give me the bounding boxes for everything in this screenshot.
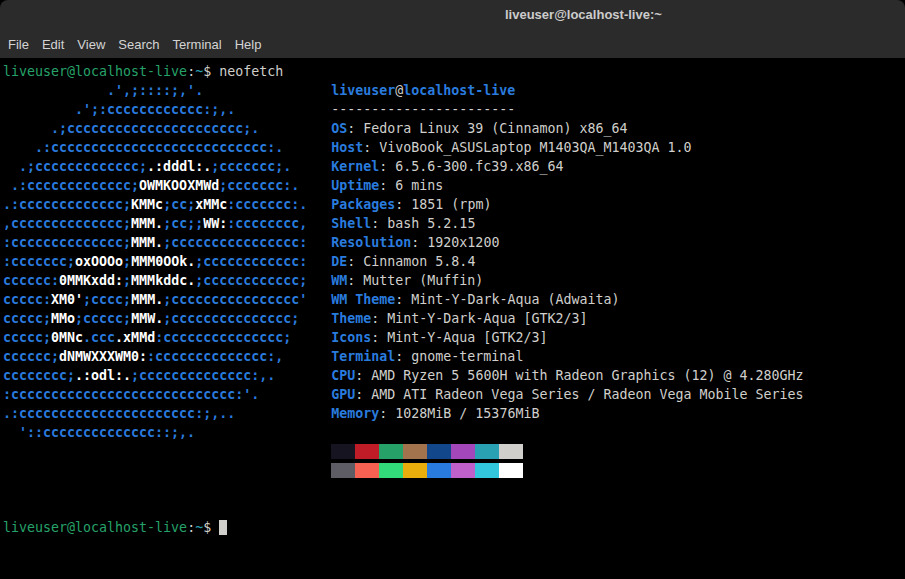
- terminal-text-segment: CPU: [331, 368, 355, 383]
- terminal-text-segment: ,cccccccccccccc;: [3, 216, 131, 231]
- menu-item-help[interactable]: Help: [235, 37, 262, 52]
- window-title: liveuser@localhost-live:~: [505, 7, 662, 22]
- terminal-text-segment: .:ccccccccccccc;: [3, 197, 131, 212]
- terminal-text-segment: : Mint-Y-Dark-Aqua [GTK2/3]: [371, 311, 587, 326]
- terminal-text-segment: .;ccccccccccccc;: [3, 159, 147, 174]
- neofetch-line: .;cccccccccccccccccccccc;. OS: Fedora Li…: [3, 119, 905, 138]
- terminal-text-segment: Resolution: [331, 235, 411, 250]
- terminal-text-segment: KMMc: [131, 197, 163, 212]
- terminal-text-segment: xMMc: [195, 197, 227, 212]
- neofetch-line: :ccccccc;oxOOOo;MMM0OOk.;cccccccccccc: D…: [3, 252, 905, 271]
- neofetch-line: .:ccccccccccccc;KMMc;cc;xMMc:ccccccc:. P…: [3, 195, 905, 214]
- terminal-text-segment: .:ccccccccccccccccccccccccccc:.: [3, 140, 283, 155]
- terminal-text-segment: : Fedora Linux 39 (Cinnamon) x86_64: [347, 121, 627, 136]
- terminal-text-segment: : 6 mins: [379, 178, 443, 193]
- terminal-text-segment: ;cc;;: [163, 216, 203, 231]
- terminal-text-segment: :cccccccccccccc;: [3, 235, 131, 250]
- color-palette-row: [3, 442, 905, 461]
- palette-swatch: [403, 463, 427, 478]
- menu-item-edit[interactable]: Edit: [42, 37, 64, 52]
- palette-swatch: [355, 444, 379, 459]
- terminal-text-segment: $: [203, 520, 219, 535]
- terminal-text-segment: : Mint-Y-Dark-Aqua (Adwaita): [395, 292, 619, 307]
- terminal-text-segment: : Cinnamon 5.8.4: [347, 254, 475, 269]
- terminal-text-segment: $: [203, 64, 219, 79]
- terminal-text-segment: .;cccccccccccccccccccccc;.: [3, 121, 259, 136]
- terminal-text-segment: ;cccccccccccc;: [195, 273, 307, 288]
- neofetch-line: .';:cccccccccccc:;,. -------------------…: [3, 100, 905, 119]
- neofetch-line: ,cccccccccccccc;MMM.;cc;;WW::cccccccc, S…: [3, 214, 905, 233]
- terminal-text-segment: WM Theme: [331, 292, 395, 307]
- terminal-text-segment: :: [187, 64, 195, 79]
- terminal-text-segment: Kernel: [331, 159, 379, 174]
- terminal-text-segment: ;ccccc;: [75, 311, 131, 326]
- terminal-text-segment: ccccc;: [3, 311, 51, 326]
- terminal-text-segment: :ccccccc:.: [227, 197, 307, 212]
- terminal-text-segment: XM0': [51, 292, 83, 307]
- neofetch-line: ccccc:XM0';cccc;MMM.;cccccccccccccccc' W…: [3, 290, 905, 309]
- menu-item-search[interactable]: Search: [118, 37, 159, 52]
- terminal-screen[interactable]: liveuser@localhost-live:~$ neofetch .',;…: [0, 58, 905, 579]
- terminal-text-segment: [3, 463, 331, 478]
- palette-swatch: [475, 463, 499, 478]
- terminal-text-segment: [203, 83, 331, 98]
- terminal-text-segment: MMM.: [131, 292, 163, 307]
- shell-prompt-line: liveuser@localhost-live:~$ neofetch: [3, 62, 905, 81]
- neofetch-line: :cccccccccccccc;MMM.;cccccccccccccccc: R…: [3, 233, 905, 252]
- terminal-text-segment: [259, 387, 331, 402]
- terminal-text-segment: : VivoBook_ASUSLaptop M1403QA_M1403QA 1.…: [363, 140, 691, 155]
- neofetch-line: .:cccccccccccccccccccccc:;,.. Memory: 10…: [3, 404, 905, 423]
- neofetch-line: cccccccc;.:odl:.;cccccccccccccc:,. CPU: …: [3, 366, 905, 385]
- terminal-text-segment: .:cccccccccccccccccccccc:;,..: [3, 406, 235, 421]
- terminal-text-segment: :cccccccc,: [227, 216, 307, 231]
- neofetch-line: :cccccccccccccccccccccccccccc:'. GPU: AM…: [3, 385, 905, 404]
- terminal-text-segment: [307, 216, 331, 231]
- menu-item-view[interactable]: View: [77, 37, 105, 52]
- shell-prompt-line: liveuser@localhost-live:~$: [3, 518, 905, 537]
- terminal-text-segment: MMo: [51, 311, 75, 326]
- palette-swatch: [379, 463, 403, 478]
- terminal-text-segment: [307, 197, 331, 212]
- menu-item-file[interactable]: File: [8, 37, 29, 52]
- palette-swatch: [379, 444, 403, 459]
- terminal-text-segment: :cccccccccccccccccccccccccccc:'.: [3, 387, 259, 402]
- terminal-text-segment: WW:: [203, 216, 227, 231]
- terminal-text-segment: .';:cccccccccccc:;,.: [3, 102, 235, 117]
- terminal-text-segment: .:dddl:.: [147, 159, 211, 174]
- terminal-text-segment: .ccc: [83, 330, 115, 345]
- terminal-text-segment: -----------------------: [331, 102, 515, 117]
- neofetch-line: ccccc;MMo;ccccc;MMW.;ccccccccccccccc; Th…: [3, 309, 905, 328]
- terminal-text-segment: .:ccccccccccccc;: [3, 178, 139, 193]
- neofetch-line: ccccc;0MNc.ccc.xMMd:ccccccccccccccc; Ico…: [3, 328, 905, 347]
- terminal-text-segment: Shell: [331, 216, 371, 231]
- terminal-window: liveuser@localhost-live:~ File Edit View…: [0, 0, 905, 579]
- palette-swatch: [427, 463, 451, 478]
- terminal-text-segment: .xMMd: [115, 330, 155, 345]
- terminal-text-segment: MMMkddc.: [131, 273, 195, 288]
- terminal-text-segment: ~: [195, 520, 203, 535]
- window-titlebar[interactable]: liveuser@localhost-live:~: [0, 0, 905, 30]
- terminal-text-segment: liveuser: [331, 83, 395, 98]
- terminal-text-segment: :: [187, 520, 195, 535]
- terminal-text-segment: ;cccccccccccc:: [195, 254, 307, 269]
- terminal-text-segment: ;cc;: [163, 197, 195, 212]
- terminal-text-segment: [291, 330, 331, 345]
- terminal-text-segment: [283, 140, 331, 155]
- terminal-text-segment: Uptime: [331, 178, 379, 193]
- menu-item-terminal[interactable]: Terminal: [173, 37, 222, 52]
- terminal-text-segment: : 1851 (rpm): [395, 197, 491, 212]
- terminal-blank-line: [3, 480, 905, 499]
- terminal-text-segment: : gnome-terminal: [395, 349, 523, 364]
- terminal-text-segment: : 1028MiB / 15376MiB: [379, 406, 539, 421]
- neofetch-line: .;ccccccccccccc;.:dddl:.;ccccccc;. Kerne…: [3, 157, 905, 176]
- terminal-text-segment: oxOOOo: [75, 254, 123, 269]
- terminal-cursor[interactable]: [219, 520, 227, 535]
- terminal-text-segment: ;cccccccccccccc:,.: [131, 368, 275, 383]
- neofetch-line: cccccc:0MMKxdd:;MMMkddc.;cccccccccccc; W…: [3, 271, 905, 290]
- terminal-text-segment: Packages: [331, 197, 395, 212]
- palette-swatch: [403, 444, 427, 459]
- terminal-text-segment: cccccccc;: [3, 368, 75, 383]
- terminal-text-segment: cccccc:: [3, 273, 59, 288]
- neofetch-line: .:ccccccccccccccccccccccccccc:. Host: Vi…: [3, 138, 905, 157]
- terminal-text-segment: Memory: [331, 406, 379, 421]
